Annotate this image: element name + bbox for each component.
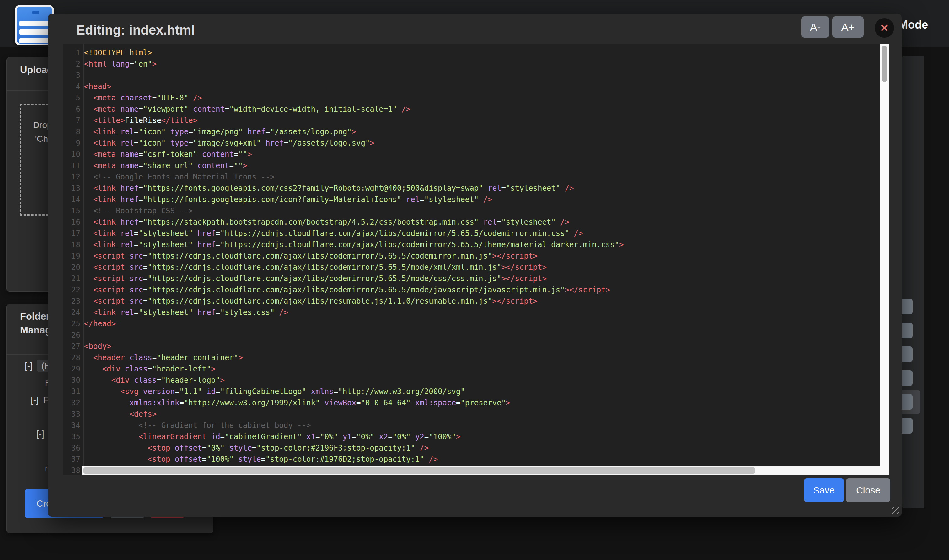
code-editor: 1234567891011121314151617181920212223242… bbox=[63, 44, 889, 475]
modal-title: Editing: index.html bbox=[76, 23, 195, 38]
font-size-decrease-button[interactable]: A- bbox=[801, 16, 829, 38]
close-icon[interactable]: ✕ bbox=[875, 18, 894, 38]
action-button-stub[interactable] bbox=[901, 418, 913, 434]
logo-drawer-bar bbox=[20, 29, 49, 34]
file-list-panel-edge bbox=[901, 56, 924, 508]
save-button[interactable]: Save bbox=[804, 478, 844, 502]
folder-tree-row[interactable]: [-]F bbox=[31, 395, 48, 405]
action-button-stub[interactable] bbox=[901, 370, 913, 386]
edit-file-modal: Editing: index.html A- A+ ✕ 123456789101… bbox=[48, 14, 901, 517]
logo-drawer-bar bbox=[20, 21, 49, 26]
tree-collapse-toggle[interactable]: [-] bbox=[31, 395, 39, 405]
action-button-stub[interactable] bbox=[901, 394, 913, 410]
folder-tree-row[interactable]: r bbox=[45, 463, 48, 474]
folder-tree-item[interactable]: r bbox=[45, 463, 48, 473]
horizontal-scrollbar[interactable] bbox=[82, 466, 880, 475]
resize-handle[interactable] bbox=[892, 507, 899, 514]
code-lines[interactable]: <!DOCTYPE html><html lang="en"><head> <m… bbox=[63, 44, 880, 475]
tree-collapse-toggle[interactable]: [-] bbox=[25, 361, 32, 371]
folder-tree-row[interactable]: [-] bbox=[36, 429, 49, 439]
logo-handle bbox=[32, 11, 39, 14]
action-button-stub[interactable] bbox=[901, 323, 913, 338]
logo-drawer-bar bbox=[20, 38, 49, 43]
page: Light Mode Upload Drop files here or cli… bbox=[0, 0, 949, 560]
folder-tree-item[interactable]: F bbox=[43, 395, 48, 405]
vertical-scrollbar[interactable] bbox=[880, 44, 889, 475]
action-button-stub[interactable] bbox=[901, 298, 913, 314]
tree-collapse-toggle[interactable]: [-] bbox=[36, 429, 44, 439]
horizontal-scrollbar-thumb[interactable] bbox=[83, 468, 755, 474]
vertical-scrollbar-thumb[interactable] bbox=[881, 46, 887, 82]
font-size-increase-button[interactable]: A+ bbox=[832, 16, 864, 38]
close-button[interactable]: Close bbox=[846, 478, 890, 502]
action-button-stub[interactable] bbox=[901, 346, 913, 362]
